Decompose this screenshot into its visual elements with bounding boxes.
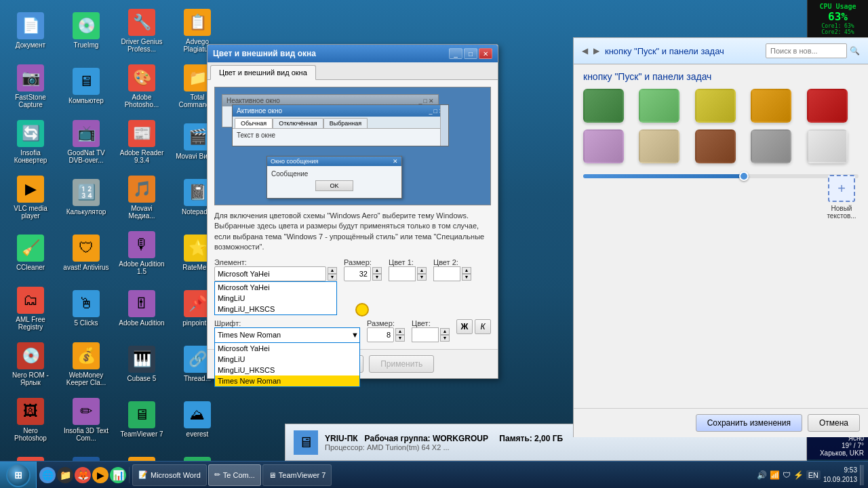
swatch-gray[interactable]: [751, 129, 791, 163]
size-input[interactable]: [344, 266, 371, 281]
desktop-icon-computer[interactable]: 🖥 Компьютер: [59, 59, 113, 113]
desktop-icon-aml[interactable]: 🗂 AML Free Registry: [3, 281, 58, 336]
size-spin-down[interactable]: ▼: [372, 274, 382, 281]
color-swatches-row2: [583, 129, 859, 163]
swatch-brown[interactable]: [695, 129, 736, 163]
dialog-tabs: Цвет и внешний вид окна: [208, 62, 498, 80]
desktop-icon-insofia[interactable]: 🔄 Insofia Конвертер: [3, 115, 58, 169]
preview-scrollbar[interactable]: [440, 105, 448, 146]
preview-active-window: Активное окно _ □ ✕ Обычная Отключённая …: [232, 104, 449, 146]
bold-button[interactable]: Ж: [456, 319, 473, 334]
desktop-icon-document[interactable]: 📄 Документ: [3, 3, 58, 58]
desktop-icon-vlc[interactable]: ▶ VLC media player: [3, 170, 58, 224]
desktop-icon-insofia3d[interactable]: ✏ Insofia 3D Text Com...: [59, 392, 113, 447]
slider-thumb[interactable]: [739, 171, 749, 181]
desktop-icon-nero-photo[interactable]: 🖼 Nero Photoshop: [3, 392, 58, 447]
desktop-icon-5clicks[interactable]: 🖱 5 Clicks: [59, 281, 113, 336]
pc-cpu: Процессор: AMD Turion(tm) 64 X2 ...: [325, 443, 563, 451]
size-spin-up[interactable]: ▲: [372, 267, 382, 274]
desktop-icon-goodnat[interactable]: 📺 GoodNat TV DVB-over...: [59, 115, 113, 169]
start-button[interactable]: ⊞: [0, 462, 37, 488]
preview-active-titlebar: Активное окно _ □ ✕: [233, 105, 448, 117]
desktop-icon-teamviewer[interactable]: 🖥 TeamViewer 7: [115, 392, 169, 447]
dialog-minimize-button[interactable]: _: [449, 48, 462, 59]
cancel-button-panel[interactable]: Отмена: [808, 414, 860, 432]
language-indicator[interactable]: EN: [806, 470, 821, 480]
tray-icon-2: 📶: [770, 470, 780, 480]
font-size-spin-down[interactable]: ▼: [395, 335, 405, 342]
swatch-tan[interactable]: [639, 129, 679, 163]
taskbar-word-icon: 📝: [138, 470, 148, 479]
desktop-icon-faststone[interactable]: 📷 FastStone Capture: [3, 59, 58, 113]
desktop-icon-nero[interactable]: 💿 Nero ROM - Ярлык: [3, 337, 58, 391]
swatch-white[interactable]: [807, 129, 848, 163]
search-input[interactable]: [766, 43, 847, 58]
desktop-icon-calc[interactable]: 🔢 Калькулятор: [59, 170, 113, 224]
desktop-icon-movavi2[interactable]: 🎵 Movavi Медиа...: [115, 170, 169, 224]
swatch-orange[interactable]: [751, 89, 791, 123]
element-spin-down[interactable]: ▼: [328, 274, 337, 281]
size-group: Размер: ▲ ▼: [344, 258, 382, 281]
font-item-mingly-hk[interactable]: MingLiU_HKSCS: [215, 304, 336, 314]
font-item-mingly[interactable]: MingLiU: [215, 293, 336, 304]
taskbar-firefox-icon[interactable]: 🦊: [75, 467, 91, 483]
preview-tab-normal[interactable]: Обычная: [235, 118, 273, 128]
taskbar-extra-icon[interactable]: 📊: [110, 467, 126, 483]
font-option-times[interactable]: Times New Roman: [215, 375, 359, 386]
font-option-mingly[interactable]: MingLiU: [215, 354, 359, 365]
font-color-spin-down[interactable]: ▼: [440, 335, 450, 342]
font-size-spinner: ▲ ▼: [395, 328, 405, 342]
desktop-icon-photoshop[interactable]: 🎨 Adobe Photosho...: [115, 59, 169, 113]
color2-box[interactable]: [433, 266, 460, 281]
swatch-purple[interactable]: [583, 129, 624, 163]
swatch-yellow-green[interactable]: [695, 89, 736, 123]
font-selected-display[interactable]: Times New Roman ▼: [214, 327, 360, 342]
dialog-maximize-button[interactable]: □: [464, 48, 477, 59]
desktop-icon-driver[interactable]: 🔧 Driver Genius Profess...: [115, 3, 169, 58]
element-select[interactable]: [214, 266, 326, 281]
element-spin-up[interactable]: ▲: [328, 267, 337, 274]
italic-button[interactable]: К: [475, 319, 491, 334]
color1-spin-up[interactable]: ▲: [417, 267, 427, 274]
taskbar-word[interactable]: 📝 Microsoft Word: [132, 464, 207, 486]
font-item-microsoft[interactable]: Microsoft YaHei: [215, 282, 336, 293]
font-size-spin-up[interactable]: ▲: [395, 328, 405, 335]
desktop-icon-webmoney[interactable]: 💰 WebMoney Keeper Cla...: [59, 337, 113, 391]
desktop-icon-ccleaner[interactable]: 🧹 CCleaner: [3, 226, 58, 280]
swatch-green-dark[interactable]: [583, 89, 624, 123]
dialog-apply-button[interactable]: Применить: [369, 355, 434, 373]
show-desktop-button[interactable]: [860, 465, 864, 485]
preview-msgbox-ok[interactable]: OK: [315, 180, 353, 191]
save-changes-button[interactable]: Сохранить изменения: [696, 414, 802, 432]
tab-color-appearance[interactable]: Цвет и внешний вид окна: [210, 65, 316, 80]
font-option-mingly-hk[interactable]: MingLiU_HKSCS: [215, 365, 359, 375]
font-size-input[interactable]: [367, 327, 394, 342]
desktop-icon-avast[interactable]: 🛡 avast! Antivirus: [59, 226, 113, 280]
swatch-red[interactable]: [807, 89, 848, 123]
desktop-icon-audition2[interactable]: 🎚 Adobe Audition: [115, 281, 169, 336]
taskbar-tecom[interactable]: ✏ Te Com...: [208, 464, 261, 486]
desktop-icon-everest[interactable]: ⛰ everest: [170, 392, 224, 447]
desktop-icon-acrobat[interactable]: 📰 Adobe Reader 9.3.4: [115, 115, 169, 169]
font-option-microsoft[interactable]: Microsoft YaHei: [215, 343, 359, 354]
color1-box[interactable]: [389, 266, 416, 281]
search-icon[interactable]: 🔍: [850, 46, 860, 56]
taskbar-media-icon[interactable]: ▶: [92, 467, 108, 483]
taskbar-explorer-icon[interactable]: 📁: [57, 467, 73, 483]
taskbar-teamviewer[interactable]: 🖥 TeamViewer 7: [262, 464, 332, 486]
desktop-icon-audition[interactable]: 🎙 Adobe Audition 1.5: [115, 226, 169, 280]
font-color-spin-up[interactable]: ▲: [440, 328, 450, 335]
desktop-icon-cubase[interactable]: 🎹 Cubase 5: [115, 337, 169, 391]
color2-spin-down[interactable]: ▼: [462, 274, 471, 281]
font-color-box[interactable]: [412, 327, 439, 342]
desktop-icon-trueimg[interactable]: 💿 TrueImg: [59, 3, 113, 58]
dialog-close-button[interactable]: ✕: [479, 48, 492, 59]
new-item-button[interactable]: + Новый текстов...: [825, 174, 859, 221]
taskbar-ie-icon[interactable]: 🌐: [39, 467, 56, 483]
color2-spin-up[interactable]: ▲: [462, 267, 471, 274]
preview-tab-disabled[interactable]: Отключённая: [273, 118, 323, 128]
swatch-green-light[interactable]: [639, 89, 679, 123]
preview-tab-selected[interactable]: Выбранная: [323, 118, 368, 128]
taskbar-clock[interactable]: 9:53 10.09.2013: [823, 466, 857, 485]
color1-spin-down[interactable]: ▼: [417, 274, 427, 281]
